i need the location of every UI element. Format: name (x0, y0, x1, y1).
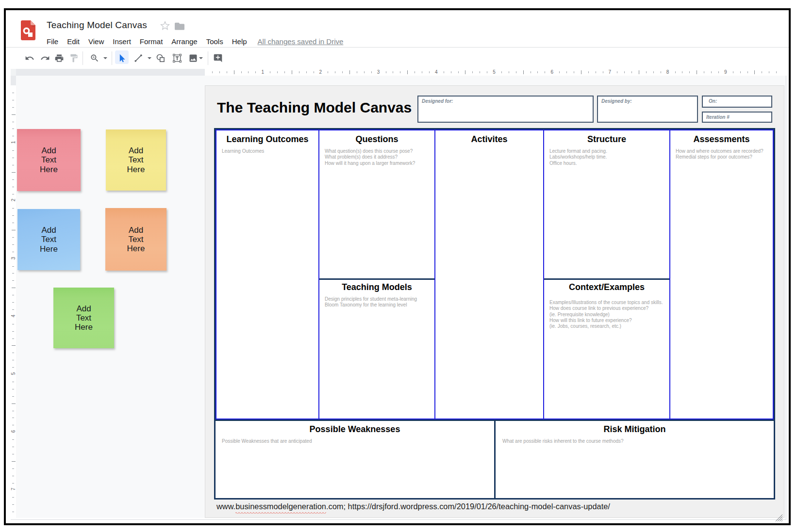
menu-view[interactable]: View (88, 36, 104, 47)
section-possible-weaknesses[interactable]: Possible Weaknesses Possible Weaknesses … (216, 421, 494, 498)
ruler-tick (596, 71, 596, 73)
column-structure: Structure Lecture format and pacing. Lab… (544, 130, 669, 419)
sticky-note-green[interactable]: Add Text Here (53, 288, 114, 348)
line-tool-icon[interactable] (133, 53, 143, 63)
select-tool-icon[interactable] (117, 53, 127, 63)
ruler-tick (487, 71, 487, 73)
sticky-note-pink[interactable]: Add Text Here (17, 129, 81, 191)
ruler-tick (603, 71, 603, 73)
ruler-tick (639, 70, 639, 74)
hint-line: Learning Outcomes (222, 148, 315, 154)
zoom-icon[interactable] (90, 53, 100, 63)
ruler-tick (12, 411, 14, 411)
ruler-tick (299, 71, 299, 73)
section-structure[interactable]: Structure Lecture format and pacing. Lab… (544, 130, 669, 278)
ruler-tick (12, 107, 14, 108)
ruler-number: 5 (493, 69, 496, 76)
ruler-tick (422, 71, 422, 73)
section-risk-mitigation[interactable]: Risk Mitigation What are possible risks … (496, 421, 774, 498)
print-icon[interactable] (54, 53, 64, 63)
undo-icon[interactable] (25, 53, 34, 63)
image-caret-icon[interactable] (199, 53, 203, 63)
ruler-tick (501, 71, 502, 73)
hint-line: Bloom Taxonomy for the learning level (325, 302, 431, 308)
menu-tools[interactable]: Tools (206, 36, 223, 47)
canvas-grid-bottom: Possible Weaknesses Possible Weaknesses … (216, 419, 774, 498)
drawing-canvas[interactable]: The Teaching Model Canvas Designed for: … (16, 76, 786, 518)
ruler-tick (12, 309, 14, 310)
ruler-tick (444, 71, 444, 73)
sticky-note-blue[interactable]: Add Text Here (17, 209, 80, 270)
ruler-tick (12, 273, 14, 274)
menu-arrange[interactable]: Arrange (171, 36, 197, 47)
ruler-tick (747, 71, 748, 73)
sticky-note-yellow[interactable]: Add Text Here (106, 129, 166, 191)
add-comment-icon[interactable] (213, 53, 223, 63)
redo-icon[interactable] (40, 53, 50, 63)
insert-image-icon[interactable] (188, 53, 198, 63)
ruler-tick (472, 71, 473, 73)
ruler-tick (12, 122, 14, 122)
sticky-note-orange[interactable]: Add Text Here (105, 208, 166, 271)
ruler-tick (12, 512, 14, 512)
ruler-tick (581, 70, 581, 74)
save-status-link[interactable]: All changes saved in Drive (258, 36, 344, 47)
ruler-tick (12, 114, 16, 115)
move-folder-icon[interactable] (175, 22, 184, 30)
on-box[interactable]: On: (702, 96, 772, 108)
menu-edit[interactable]: Edit (67, 36, 80, 47)
ruler-tick (769, 71, 769, 73)
ruler-tick (12, 252, 14, 252)
note-text: Add Text Here (125, 146, 147, 174)
section-activites[interactable]: Activites (435, 130, 543, 419)
ruler-tick (12, 504, 14, 505)
canvas-heading[interactable]: The Teaching Model Canvas (217, 99, 412, 116)
ruler-tick (12, 324, 14, 324)
ruler-tick (740, 71, 741, 73)
designed-by-box[interactable]: Designed by: (597, 96, 698, 123)
menu-insert[interactable]: Insert (113, 36, 131, 47)
ruler-tick (733, 71, 733, 73)
designed-for-label: Designed for: (422, 98, 453, 104)
hint-line: (ie. Prerequisite knowledge) (549, 312, 665, 318)
iteration-box[interactable]: Iteration # (702, 112, 772, 123)
ruler-tick (12, 476, 14, 476)
ruler-tick (400, 71, 400, 73)
ruler-tick (314, 71, 314, 73)
menu-file[interactable]: File (47, 36, 58, 47)
line-caret-icon[interactable] (148, 53, 151, 63)
designed-by-label: Designed by: (601, 98, 632, 104)
shape-tool-icon[interactable] (156, 53, 166, 63)
ruler-tick (653, 71, 654, 73)
section-learning-outcomes[interactable]: Learning Outcomes Learning Outcomes (216, 130, 318, 419)
ruler-number: 3 (11, 256, 16, 261)
ruler-number: 4 (435, 69, 438, 76)
ruler-tick (386, 71, 386, 73)
section-assessments[interactable]: Assessments How and where outcomes are r… (670, 130, 773, 419)
ruler-tick (306, 71, 307, 73)
star-icon[interactable] (160, 21, 170, 31)
designed-for-box[interactable]: Designed for: (417, 96, 594, 123)
drawing-page[interactable]: The Teaching Model Canvas Designed for: … (205, 85, 784, 518)
ruler-tick (407, 70, 408, 74)
zoom-caret-icon[interactable] (103, 53, 107, 63)
ruler-tick (12, 165, 14, 165)
document-title[interactable]: Teaching Model Canvas (47, 19, 147, 31)
section-questions[interactable]: Questions What question(s) does this cou… (319, 130, 434, 278)
ruler-tick (631, 71, 632, 73)
menu-format[interactable]: Format (140, 36, 163, 47)
ruler-tick (545, 71, 545, 73)
google-drawings-logo[interactable] (21, 20, 35, 40)
menu-help[interactable]: Help (232, 36, 247, 47)
resize-handle[interactable] (775, 514, 783, 522)
section-title: Context/Examples (544, 282, 669, 292)
ruler-tick (12, 187, 14, 187)
hint-line: Design principles for student meta-learn… (325, 296, 431, 302)
paint-format-icon[interactable] (69, 53, 79, 63)
section-context-examples[interactable]: Context/Examples Examples/Illustrations … (544, 280, 669, 419)
section-teaching-models[interactable]: Teaching Models Design principles for st… (319, 280, 434, 419)
canvas-grid-upper: Learning Outcomes Learning Outcomes Ques… (216, 129, 774, 419)
attribution-text[interactable]: www.businessmodelgeneration.com; https:/… (216, 502, 610, 511)
section-title: Assessments (670, 134, 773, 145)
text-box-tool-icon[interactable] (172, 53, 182, 63)
